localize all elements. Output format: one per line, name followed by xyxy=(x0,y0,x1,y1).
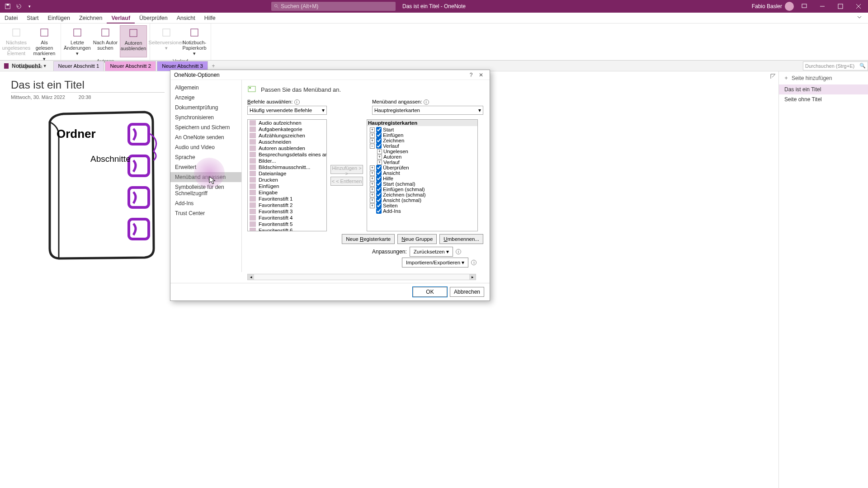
ribbon-button[interactable]: Notizbuch-Papierkorb▾ xyxy=(181,25,208,57)
options-category[interactable]: Sprache xyxy=(170,152,241,162)
expand-panel-icon[interactable] xyxy=(770,73,776,81)
maximize-icon[interactable] xyxy=(833,0,848,13)
expand-icon[interactable]: + xyxy=(370,165,375,170)
save-icon[interactable] xyxy=(4,2,12,10)
close-button[interactable]: ✕ xyxy=(476,72,486,78)
scroll-left-icon[interactable]: ◂ xyxy=(248,274,254,280)
options-category[interactable]: Allgemein xyxy=(170,83,241,93)
options-category[interactable]: Speichern und Sichern xyxy=(170,122,241,132)
ribbon-button[interactable]: Letzte Änderungen▾ xyxy=(64,25,91,57)
tree-node[interactable]: +Zeichnen (schmal) xyxy=(369,192,476,197)
options-category[interactable]: Audio und Video xyxy=(170,142,241,152)
tree-checkbox[interactable] xyxy=(376,176,382,181)
new-group-button[interactable]: Neue Gruppe xyxy=(397,234,437,244)
tree-node[interactable]: +Start (schmal) xyxy=(369,181,476,187)
ribbon-button[interactable]: Autoren ausblenden xyxy=(120,25,147,57)
expand-icon[interactable]: + xyxy=(370,171,375,176)
new-tab-button[interactable]: Neue Registerkarte xyxy=(342,234,395,244)
command-item[interactable]: Favoritenstift 4 xyxy=(248,215,326,221)
tab-verlauf[interactable]: Verlauf xyxy=(107,13,135,23)
tree-checkbox[interactable] xyxy=(376,170,382,176)
tree-node[interactable]: +Start xyxy=(369,127,476,132)
expand-icon[interactable]: + xyxy=(370,127,375,132)
command-item[interactable]: Autoren ausblenden xyxy=(248,145,326,151)
tab-hilfe[interactable]: Hilfe xyxy=(200,13,220,23)
collapse-ribbon-icon[interactable] xyxy=(856,14,868,22)
ribbon-tabs-tree[interactable]: Hauptregisterkarten +Start+Einfügen+Zeic… xyxy=(367,119,478,231)
commands-from-select[interactable]: Häufig verwendete Befehle▾ xyxy=(247,106,327,115)
ribbon-button[interactable]: Als gelesenmarkieren▾ xyxy=(31,25,58,63)
options-category[interactable]: Add-Ins xyxy=(170,198,241,208)
expand-icon[interactable]: + xyxy=(377,155,382,160)
tree-node[interactable]: +Ansicht xyxy=(369,170,476,176)
undo-icon[interactable] xyxy=(14,2,23,10)
expand-icon[interactable]: + xyxy=(377,149,382,154)
options-category[interactable]: Menüband anpassen xyxy=(170,172,241,182)
tree-node[interactable]: +Einfügen xyxy=(369,132,476,138)
minimize-icon[interactable] xyxy=(815,0,830,13)
close-icon[interactable] xyxy=(851,0,866,13)
tab-einfügen[interactable]: Einfügen xyxy=(43,13,75,23)
command-item[interactable]: Aufgabenkategorie xyxy=(248,126,326,132)
info-icon[interactable]: i xyxy=(424,99,429,105)
options-category[interactable]: Trust Center xyxy=(170,208,241,218)
user-name[interactable]: Fabio Basler xyxy=(752,3,782,9)
expand-icon[interactable]: + xyxy=(370,133,375,138)
rename-button[interactable]: Umbenennen... xyxy=(439,234,483,244)
tree-node[interactable]: +Ungelesen xyxy=(369,149,476,154)
options-category[interactable]: An OneNote senden xyxy=(170,132,241,142)
add-page-button[interactable]: ＋ Seite hinzufügen xyxy=(779,71,868,84)
ribbon-button[interactable]: Nach Autorsuchen xyxy=(92,25,119,57)
expand-icon[interactable]: + xyxy=(370,176,375,181)
section-tab[interactable]: Neuer Abschnitt 2 xyxy=(105,61,156,71)
command-item[interactable]: Aufzählungszeichen xyxy=(248,132,326,139)
expand-icon[interactable]: + xyxy=(370,192,375,197)
page-title[interactable]: Das ist ein Titel xyxy=(11,79,165,93)
tree-checkbox[interactable] xyxy=(376,181,382,187)
import-export-button[interactable]: Importieren/Exportieren ▾ xyxy=(402,258,468,267)
command-item[interactable]: Favoritenstift 5 xyxy=(248,221,326,227)
cancel-button[interactable]: Abbrechen xyxy=(450,287,484,297)
info-icon[interactable]: i xyxy=(294,99,300,105)
tree-node[interactable]: +Seiten xyxy=(369,203,476,208)
command-item[interactable]: Bilder... xyxy=(248,158,326,164)
command-item[interactable]: Ausschneiden xyxy=(248,139,326,145)
tree-checkbox[interactable] xyxy=(376,192,382,197)
search-box[interactable] xyxy=(271,2,396,11)
help-button[interactable]: ? xyxy=(466,72,476,78)
notebook-search[interactable]: Durchsuchen (Strg+E) 🔍 xyxy=(803,61,868,70)
tree-node[interactable]: −Verlauf xyxy=(369,143,476,149)
tab-start[interactable]: Start xyxy=(22,13,43,23)
search-input[interactable] xyxy=(281,3,393,9)
ribbon-display-options-icon[interactable] xyxy=(797,0,812,13)
expand-icon[interactable]: + xyxy=(370,203,375,208)
expand-icon[interactable]: − xyxy=(370,144,375,149)
page-list-item[interactable]: Seite ohne Titel xyxy=(779,94,868,104)
section-tab[interactable]: Neuer Abschnitt 1 xyxy=(53,61,104,71)
info-icon[interactable]: i xyxy=(456,249,461,254)
tree-node[interactable]: Add-Ins xyxy=(369,208,476,214)
horizontal-scrollbar[interactable]: ◂ ▸ xyxy=(247,274,476,280)
customize-ribbon-select[interactable]: Hauptregisterkarten▾ xyxy=(372,106,483,115)
expand-icon[interactable]: + xyxy=(377,160,382,165)
tree-checkbox[interactable] xyxy=(376,208,382,214)
expand-icon[interactable]: + xyxy=(370,182,375,187)
scroll-right-icon[interactable]: ▸ xyxy=(469,274,476,280)
tree-checkbox[interactable] xyxy=(376,138,382,143)
add-section-button[interactable]: + xyxy=(209,63,218,69)
tree-checkbox[interactable] xyxy=(376,143,382,149)
user-avatar[interactable] xyxy=(785,2,794,11)
options-category[interactable]: Synchronisieren xyxy=(170,113,241,122)
options-category[interactable]: Anzeige xyxy=(170,93,241,103)
tree-node[interactable]: +Einfügen (schmal) xyxy=(369,187,476,192)
tree-checkbox[interactable] xyxy=(376,165,382,170)
info-icon[interactable]: i xyxy=(471,260,476,265)
ok-button[interactable]: OK xyxy=(413,287,447,297)
command-item[interactable]: Besprechungsdetails eines and... xyxy=(248,151,326,158)
options-category[interactable]: Erweitert xyxy=(170,162,241,172)
tree-checkbox[interactable] xyxy=(376,203,382,208)
remove-command-button[interactable]: < < Entfernen xyxy=(330,177,363,186)
tree-node[interactable]: +Überprüfen xyxy=(369,165,476,170)
expand-icon[interactable]: + xyxy=(370,198,375,203)
command-item[interactable]: Favoritenstift 3 xyxy=(248,208,326,215)
